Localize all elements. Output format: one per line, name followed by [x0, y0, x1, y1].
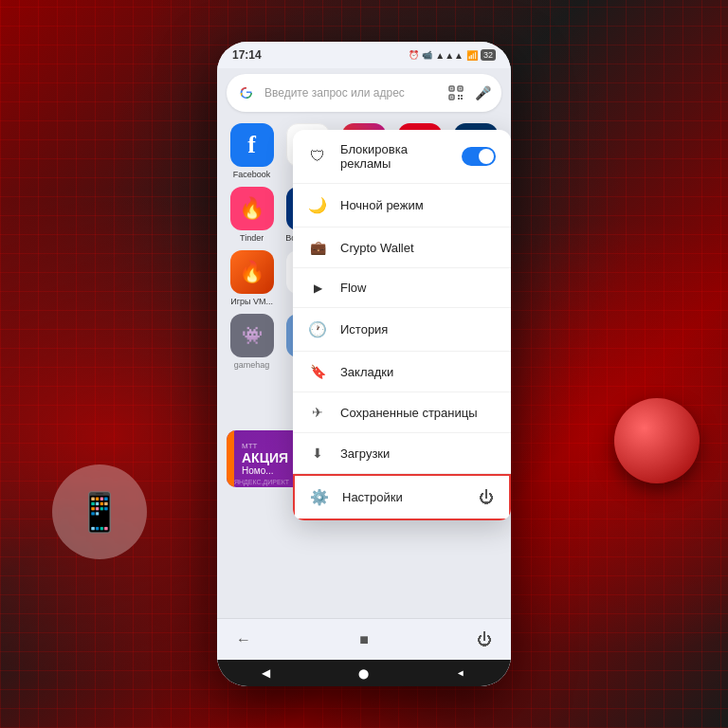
power-button[interactable]: ⏻: [473, 628, 496, 652]
settings-label: Настройки: [342, 490, 465, 504]
app-facebook[interactable]: f Facebook: [227, 123, 277, 179]
svg-rect-7: [458, 95, 460, 97]
igryvm-label: Игры VM...: [230, 297, 273, 306]
flow-icon: ▶: [308, 282, 327, 295]
menu-item-adblock[interactable]: 🛡 Блокировка рекламы: [293, 130, 511, 184]
google-logo: [236, 82, 257, 103]
wifi-icon: 📶: [466, 50, 478, 61]
status-bar: 17:14 ⏰ 📹 ▲▲▲ 📶 32: [217, 42, 511, 68]
gamehag-icon: 👾: [230, 314, 274, 357]
tinder-icon: 🔥: [230, 187, 274, 230]
savedpages-label: Сохраненные страницы: [340, 406, 496, 420]
back-button[interactable]: ←: [232, 628, 255, 652]
flow-label: Flow: [340, 281, 496, 295]
android-recent[interactable]: ▼: [457, 668, 467, 678]
svg-rect-5: [460, 88, 462, 90]
alarm-icon: ⏰: [409, 50, 419, 60]
crypto-icon: 💼: [308, 240, 327, 255]
igryvm-icon: 🔥: [230, 250, 274, 294]
app-gamehag[interactable]: 👾 gamehag: [227, 314, 277, 370]
phone-screen: 17:14 ⏰ 📹 ▲▲▲ 📶 32 Введите запрос или ад…: [217, 42, 511, 686]
adblock-icon: 🛡: [308, 148, 327, 165]
downloads-label: Загрузки: [340, 446, 496, 461]
opera-logo-circle: 📱: [52, 464, 147, 559]
mtt-tag: МТТ: [242, 442, 288, 450]
phone-icon: 📱: [76, 490, 123, 535]
nightmode-icon: 🌙: [308, 196, 327, 214]
bottom-bar: ← ■ ⏻: [217, 618, 511, 660]
bookmarks-icon: 🔖: [308, 364, 327, 379]
app-igryvm[interactable]: 🔥 Игры VM...: [227, 250, 277, 306]
mtt-title: АКЦИЯ: [242, 450, 288, 465]
android-nav-bar: ◀ ⬤ ▼: [217, 660, 511, 686]
app-tinder[interactable]: 🔥 Tinder: [227, 187, 277, 243]
qr-icon[interactable]: [446, 83, 465, 102]
content-lower: 👾 gamehag ⛷ ski... МТТ АКЦИЯ Номо...: [217, 310, 511, 487]
menu-item-history[interactable]: 🕐 История: [293, 308, 511, 352]
mtt-accent: [227, 430, 234, 487]
svg-rect-6: [451, 97, 453, 99]
downloads-icon: ⬇: [308, 446, 327, 461]
mic-icon[interactable]: 🎤: [473, 83, 492, 102]
menu-item-downloads[interactable]: ⬇ Загрузки: [293, 433, 511, 474]
power-icon[interactable]: ⏻: [479, 489, 494, 506]
svg-rect-9: [458, 98, 460, 100]
nightmode-label: Ночной режим: [340, 198, 496, 212]
search-bar[interactable]: Введите запрос или адрес 🎤: [227, 74, 501, 112]
mtt-subtitle: Номо...: [242, 465, 288, 476]
dropdown-menu: 🛡 Блокировка рекламы 🌙 Ночной режим 💼 Cr…: [293, 130, 511, 520]
svg-rect-4: [451, 88, 453, 90]
yandex-direct-label: ЯНДЕКС.ДИРЕКТ: [234, 479, 289, 485]
adblock-toggle[interactable]: [462, 147, 496, 166]
history-label: История: [340, 322, 496, 337]
crypto-label: Crypto Wallet: [340, 241, 496, 255]
status-right-icons: ⏰ 📹 ▲▲▲ 📶 32: [409, 49, 496, 61]
tinder-label: Tinder: [240, 233, 264, 243]
history-icon: 🕐: [308, 320, 327, 338]
savedpages-icon: ✈: [308, 405, 327, 420]
gamehag-label: gamehag: [234, 360, 270, 370]
battery-indicator: 32: [481, 49, 496, 61]
status-time: 17:14: [232, 48, 262, 62]
menu-item-crypto[interactable]: 💼 Crypto Wallet: [293, 228, 511, 268]
facebook-icon: f: [230, 123, 274, 167]
settings-icon: ⚙️: [310, 488, 329, 506]
phone-content: Введите запрос или адрес 🎤 f Facebook Go…: [217, 68, 511, 686]
facebook-label: Facebook: [233, 170, 271, 179]
menu-item-savedpages[interactable]: ✈ Сохраненные страницы: [293, 392, 511, 433]
menu-item-settings[interactable]: ⚙️ Настройки ⏻: [293, 474, 511, 520]
adblock-label: Блокировка рекламы: [340, 142, 448, 171]
svg-rect-8: [461, 95, 463, 97]
menu-item-flow[interactable]: ▶ Flow: [293, 268, 511, 308]
android-home[interactable]: ⬤: [358, 668, 369, 679]
stop-button[interactable]: ■: [355, 628, 373, 652]
menu-item-bookmarks[interactable]: 🔖 Закладки: [293, 352, 511, 392]
menu-item-nightmode[interactable]: 🌙 Ночной режим: [293, 184, 511, 228]
svg-rect-10: [461, 98, 463, 100]
search-placeholder[interactable]: Введите запрос или адрес: [264, 86, 439, 100]
red-sphere-right: [614, 398, 700, 483]
bookmarks-label: Закладки: [340, 365, 496, 379]
video-icon: 📹: [422, 50, 432, 60]
mtt-content: МТТ АКЦИЯ Номо...: [242, 442, 288, 476]
android-back[interactable]: ◀: [262, 666, 270, 680]
signal-bars: ▲▲▲: [435, 50, 464, 61]
